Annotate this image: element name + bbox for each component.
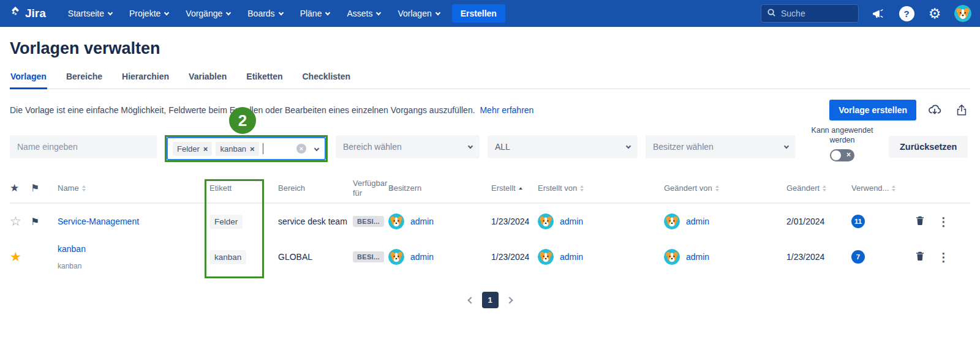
tab-variablen[interactable]: Variablen	[188, 69, 227, 88]
favorite-cell[interactable]: ★	[10, 250, 31, 264]
annotation-step-badge: 2	[229, 107, 256, 134]
more-options-kebab-icon[interactable]: ⋮	[938, 250, 949, 264]
filter-tag-felder[interactable]: Felder ×	[173, 142, 212, 156]
user-link[interactable]: admin	[410, 252, 434, 262]
column-header-geaendert[interactable]: Geändert	[786, 183, 851, 193]
name-filter-input[interactable]	[17, 142, 149, 152]
sort-icon	[823, 185, 826, 191]
column-header-flag[interactable]: ⚑	[31, 182, 58, 194]
tab-vorlagen[interactable]: Vorlagen	[10, 69, 47, 89]
erstellt-cell: 1/23/2024	[491, 217, 538, 226]
clear-all-icon[interactable]: ×	[296, 144, 306, 154]
verfuegbar-cell: BESI...	[353, 216, 388, 227]
more-options-kebab-icon[interactable]: ⋮	[938, 215, 949, 229]
cloud-download-icon[interactable]	[926, 102, 943, 119]
text-cursor	[263, 143, 263, 154]
chevron-down-icon	[226, 10, 231, 15]
remove-tag-icon[interactable]: ×	[250, 145, 255, 153]
chevron-down-icon	[626, 143, 631, 148]
nav-item-boards[interactable]: Boards	[241, 5, 288, 22]
bereich-cell: service desk team	[278, 217, 353, 226]
column-header-erstellt[interactable]: Erstellt	[491, 183, 538, 193]
announcements-icon[interactable]	[870, 5, 887, 22]
nav-item-startseite[interactable]: Startseite	[62, 5, 118, 22]
kann-angewendet-block: Kann angewendet werden ×	[804, 125, 881, 161]
nav-item-plaene[interactable]: Pläne	[294, 5, 336, 22]
etikett-filter-select[interactable]: Felder × kanban × ×	[167, 137, 326, 160]
page-description: Die Vorlage ist eine einfache Möglichkei…	[10, 105, 533, 115]
verfuegbar-cell: BESI...	[353, 251, 388, 262]
user-link[interactable]: admin	[560, 217, 583, 226]
verwendet-cell: 11	[851, 215, 897, 228]
delete-trash-icon[interactable]	[914, 250, 925, 264]
column-header-verwendet[interactable]: Verwend...	[851, 183, 897, 193]
current-page-button[interactable]: 1	[482, 292, 499, 308]
zuruecksetzen-button[interactable]: Zurücksetzen	[889, 136, 968, 158]
filter-tag-kanban[interactable]: kanban ×	[216, 142, 258, 156]
tab-bereiche[interactable]: Bereiche	[66, 69, 103, 88]
user-avatar[interactable]	[954, 5, 971, 22]
user-link[interactable]: admin	[410, 217, 434, 226]
vorlage-erstellen-button[interactable]: Vorlage erstellen	[829, 100, 916, 120]
user-link[interactable]: admin	[686, 217, 709, 226]
nav-item-vorlagen[interactable]: Vorlagen	[391, 5, 445, 22]
user-avatar	[388, 249, 404, 265]
help-icon[interactable]: ?	[898, 5, 915, 22]
settings-gear-icon[interactable]: ⚙	[926, 5, 943, 22]
star-filled-icon[interactable]: ★	[10, 250, 21, 264]
column-header-besitzern[interactable]: Besitzern	[388, 183, 491, 193]
name-cell: Service-Management	[58, 217, 209, 226]
star-outline-icon[interactable]: ☆	[10, 214, 21, 229]
nav-item-projekte[interactable]: Projekte	[123, 5, 175, 22]
favorite-cell[interactable]: ☆	[10, 214, 31, 229]
search-icon	[767, 8, 776, 20]
flag-icon: ⚑	[31, 182, 39, 194]
chevron-down-icon	[435, 10, 440, 15]
column-header-geaendert-von[interactable]: Geändert von	[664, 183, 786, 193]
mehr-erfahren-link[interactable]: Mehr erfahren	[480, 105, 533, 115]
template-link[interactable]: kanban	[58, 244, 86, 254]
previous-page-icon[interactable]	[467, 297, 474, 303]
erstellt-von-cell: admin	[538, 249, 664, 265]
kann-angewendet-toggle[interactable]: ×	[830, 149, 854, 161]
global-search[interactable]	[761, 4, 859, 23]
etikett-cell: kanban	[209, 250, 278, 264]
besitzer-chip: BESI...	[353, 251, 384, 262]
column-header-erstellt-von[interactable]: Erstellt von	[538, 183, 664, 193]
status-filter-select[interactable]: ALL	[488, 135, 638, 158]
table-row: ☆ ⚑ Service-Management Felder service de…	[10, 204, 970, 239]
tab-hierarchien[interactable]: Hierarchien	[121, 69, 170, 88]
name-cell: kanban kanban	[58, 244, 209, 270]
column-header-bereich[interactable]: Bereich	[278, 183, 353, 193]
column-header-name[interactable]: Name	[58, 183, 209, 193]
pagination: 1	[10, 292, 970, 308]
next-page-icon[interactable]	[506, 297, 513, 303]
chevron-down-icon	[468, 143, 473, 148]
tab-etiketten[interactable]: Etiketten	[246, 69, 283, 88]
tab-bar: Vorlagen Bereiche Hierarchien Variablen …	[10, 69, 970, 89]
nav-item-assets[interactable]: Assets	[341, 5, 386, 22]
top-navbar: Jira Startseite Projekte Vorgänge Boards…	[0, 0, 980, 27]
template-link[interactable]: Service-Management	[58, 217, 139, 226]
geaendert-von-cell: admin	[664, 213, 786, 229]
besitzer-filter-select[interactable]: Besitzer wählen	[646, 135, 796, 158]
user-link[interactable]: admin	[560, 252, 583, 262]
nav-item-vorgaenge[interactable]: Vorgänge	[179, 5, 236, 22]
bereich-filter-select[interactable]: Bereich wählen	[336, 135, 480, 158]
column-header-favorite[interactable]: ★	[10, 182, 31, 194]
column-header-etikett[interactable]: Etikett	[209, 183, 278, 193]
delete-trash-icon[interactable]	[914, 215, 925, 228]
tab-checklisten[interactable]: Checklisten	[301, 69, 351, 88]
flag-cell[interactable]: ⚑	[31, 216, 58, 228]
sort-icon	[892, 185, 895, 191]
etikett-cell: Felder	[209, 215, 278, 229]
chevron-down-icon	[325, 10, 330, 15]
jira-logo[interactable]: Jira	[9, 6, 46, 21]
export-share-icon[interactable]	[953, 102, 970, 119]
column-header-verfuegbar[interactable]: Verfügbar für	[353, 179, 388, 199]
user-link[interactable]: admin	[686, 252, 709, 262]
search-input[interactable]	[781, 9, 848, 18]
templates-table: ★ ⚑ Name Etikett Bereich Verfügbar für B…	[10, 174, 970, 275]
erstellen-button[interactable]: Erstellen	[452, 4, 505, 23]
remove-tag-icon[interactable]: ×	[203, 145, 208, 153]
